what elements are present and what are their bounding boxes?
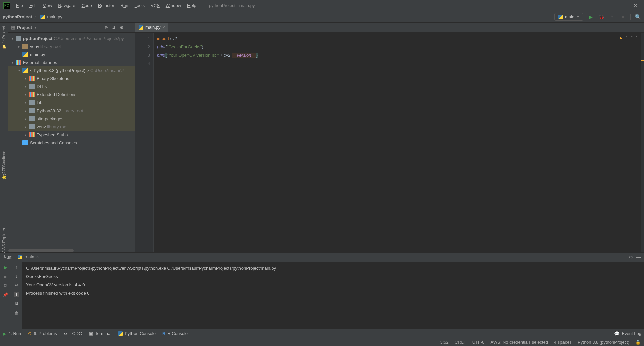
tree-scratches[interactable]: Scratches and Consoles: [8, 139, 135, 147]
project-panel: ▦ Project ▼ ⊕ ⇊ ⚙ — ▾ pythonProject C:\U…: [8, 23, 135, 252]
tool-windows-icon[interactable]: ▢: [3, 340, 7, 345]
menu-code[interactable]: Code: [79, 2, 95, 9]
window-controls: — ❐ ✕: [605, 3, 644, 8]
tree-item[interactable]: ▸Typeshed Stubs: [8, 131, 135, 139]
print-icon[interactable]: 🖶: [14, 301, 19, 306]
hide-icon[interactable]: —: [128, 25, 132, 30]
run-actions-primary: ▶ ■ ⧉ 📌: [0, 262, 11, 329]
close-tab-icon[interactable]: ×: [163, 25, 165, 30]
stop-button[interactable]: ■: [4, 274, 7, 279]
python-file-icon: [139, 25, 143, 30]
menu-run[interactable]: Run: [118, 2, 131, 9]
minimize-icon[interactable]: —: [605, 3, 609, 8]
tab-python-console[interactable]: Python Console: [118, 331, 156, 336]
settings-icon[interactable]: ⚙: [120, 25, 124, 30]
tree-item[interactable]: ▸Binary Skeletons: [8, 74, 135, 82]
run-actions-secondary: ↑ ↓ ↩ ⤓ 🖶 🗑: [11, 262, 22, 329]
tab-todo[interactable]: ☲TODO: [64, 331, 82, 336]
chevron-down-icon[interactable]: ˅: [636, 35, 638, 40]
tree-external-libs[interactable]: ▾ External Libraries: [8, 58, 135, 66]
status-encoding[interactable]: UTF-8: [472, 340, 485, 345]
close-tab-icon[interactable]: ×: [36, 254, 39, 259]
menu-edit[interactable]: Edit: [26, 2, 39, 9]
status-indent[interactable]: 4 spaces: [554, 340, 572, 345]
tree-main-file[interactable]: main.py: [8, 50, 135, 58]
tab-r-console[interactable]: RR Console: [162, 331, 188, 336]
tab-problems[interactable]: ⊘6: Problems: [28, 331, 57, 336]
settings-icon[interactable]: ⚙: [629, 255, 633, 260]
menu-help[interactable]: Help: [184, 2, 199, 9]
project-tree[interactable]: ▾ pythonProject C:\Users\msaur\PycharmPr…: [8, 33, 135, 252]
menu-file[interactable]: File: [13, 2, 26, 9]
editor-tab-main[interactable]: main.py ×: [135, 23, 168, 32]
search-everywhere-button[interactable]: 🔍: [635, 14, 641, 20]
crumb-file[interactable]: main.py: [47, 14, 62, 19]
lock-icon[interactable]: 🔒: [635, 340, 641, 345]
project-tool-button[interactable]: 📁 1: Project: [2, 26, 6, 49]
chevron-up-icon[interactable]: ˄: [631, 35, 633, 40]
soft-wrap-icon[interactable]: ↩: [15, 283, 18, 288]
tree-item[interactable]: ▸Python38-32 library root: [8, 107, 135, 115]
menu-navigate[interactable]: Navigate: [55, 2, 78, 9]
chevron-right-icon: 〉: [34, 14, 38, 20]
tree-interpreter[interactable]: ▾ < Python 3.8 (pythonProject) > C:\User…: [8, 66, 135, 74]
debug-button[interactable]: 🐞: [598, 14, 605, 20]
run-tool-window: Run: main × ⚙ — ▶ ■ ⧉ 📌 ↑ ↓ ↩ ⤓ 🖶 🗑 C:\U…: [0, 252, 644, 329]
python-icon: [18, 255, 22, 259]
tree-project-root[interactable]: ▾ pythonProject C:\Users\msaur\PycharmPr…: [8, 34, 135, 42]
run-output[interactable]: C:\Users\msaur\PycharmProjects\pythonPro…: [22, 262, 644, 329]
tab-run[interactable]: ▶4: Run: [3, 331, 21, 336]
maximize-icon[interactable]: ❐: [620, 3, 624, 8]
tree-item[interactable]: ▸site-packages: [8, 115, 135, 123]
rerun-button[interactable]: ▶: [4, 265, 7, 270]
status-interpreter[interactable]: Python 3.8 (pythonProject): [578, 340, 629, 345]
collapse-icon[interactable]: ⇊: [112, 25, 116, 30]
aws-explorer-tool-button[interactable]: ☁ AWS Explorer: [2, 228, 6, 252]
up-icon[interactable]: ↑: [15, 265, 18, 270]
run-tab[interactable]: main ×: [16, 253, 41, 261]
hide-icon[interactable]: —: [636, 255, 641, 260]
status-eol[interactable]: CRLF: [455, 340, 466, 345]
trash-icon[interactable]: 🗑: [14, 310, 19, 316]
pin-button[interactable]: 📌: [3, 292, 8, 297]
editor-body[interactable]: 1 2 3 4 import cv2 print("GeeksForGeeks"…: [135, 33, 644, 252]
chevron-down-icon: ▼: [576, 15, 580, 19]
stop-button[interactable]: ■: [620, 14, 626, 20]
tree-item[interactable]: ▸venv library root: [8, 123, 135, 131]
layout-button[interactable]: ⧉: [4, 283, 7, 288]
menu-refactor[interactable]: Refactor: [95, 2, 117, 9]
close-icon[interactable]: ✕: [634, 3, 637, 8]
run-body: ▶ ■ ⧉ 📌 ↑ ↓ ↩ ⤓ 🖶 🗑 C:\Users\msaur\Pycha…: [0, 262, 644, 329]
menu-window[interactable]: Window: [163, 2, 184, 9]
code-area[interactable]: import cv2 print("GeeksForGeeks") print(…: [154, 33, 644, 252]
tab-terminal[interactable]: ▣Terminal: [89, 331, 111, 336]
run-button[interactable]: ▶: [587, 14, 594, 20]
python-file-icon: [40, 15, 45, 19]
status-caret-pos[interactable]: 3:52: [440, 340, 448, 345]
scroll-end-icon[interactable]: ⤓: [14, 292, 19, 297]
tree-venv-folder[interactable]: ▸ venv library root: [8, 42, 135, 50]
menu-vcs[interactable]: VCS: [148, 2, 162, 9]
tree-item[interactable]: ▸Extended Definitions: [8, 90, 135, 98]
run-config-selector[interactable]: main ▼: [554, 13, 583, 21]
menu-tools[interactable]: Tools: [132, 2, 147, 9]
app-icon: PC: [3, 2, 10, 9]
tree-item[interactable]: ▸DLLs: [8, 82, 135, 90]
project-panel-title[interactable]: Project: [17, 25, 32, 30]
menu-bar: File Edit View Navigate Code Refactor Ru…: [13, 2, 199, 9]
tab-event-log[interactable]: 💬Event Log: [614, 331, 641, 336]
down-icon[interactable]: ↓: [15, 274, 18, 279]
tree-item[interactable]: ▸Lib: [8, 98, 135, 107]
structure-tool-button[interactable]: ⛕ 7: Structure: [2, 151, 6, 177]
menu-view[interactable]: View: [40, 2, 55, 9]
coverage-button[interactable]: ⤷: [609, 14, 615, 20]
horizontal-scrollbar[interactable]: [8, 249, 74, 252]
error-stripe[interactable]: [641, 33, 644, 252]
crumb-project[interactable]: pythonProject: [3, 14, 32, 19]
chevron-down-icon[interactable]: ▼: [34, 26, 37, 29]
status-aws[interactable]: AWS: No credentials selected: [491, 340, 548, 345]
locate-icon[interactable]: ⊕: [104, 25, 108, 30]
bottom-tool-tabs: ▶4: Run ⊘6: Problems ☲TODO ▣Terminal Pyt…: [0, 329, 644, 338]
warning-icon: ▲: [619, 35, 623, 40]
inspections-widget[interactable]: ▲ 1 ˄ ˅: [619, 35, 638, 40]
